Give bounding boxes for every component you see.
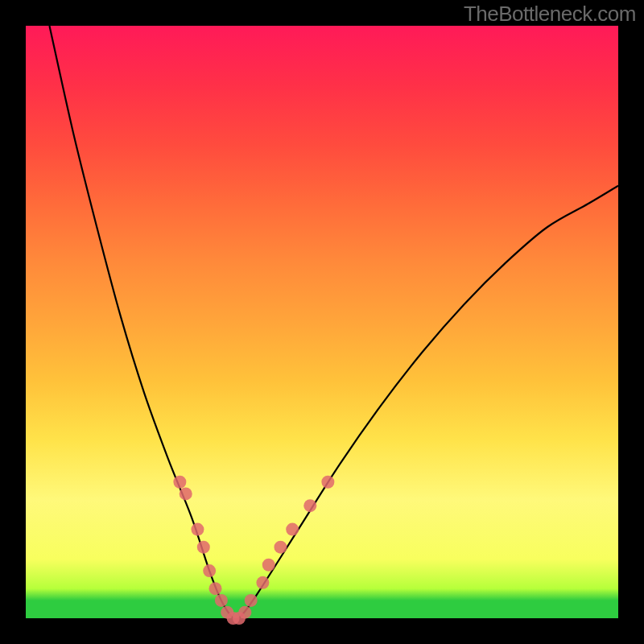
chart-svg <box>26 26 618 618</box>
highlight-dot <box>238 606 251 619</box>
bottleneck-curve <box>49 26 618 621</box>
highlight-dot <box>262 559 275 572</box>
highlight-dot <box>286 523 299 536</box>
chart-frame: TheBottleneck.com <box>0 0 644 644</box>
highlight-dot <box>215 594 228 607</box>
highlight-dot <box>209 582 222 595</box>
highlight-dots-group <box>173 476 334 625</box>
highlight-dot <box>321 476 334 489</box>
highlight-dot <box>245 594 258 607</box>
watermark-text: TheBottleneck.com <box>464 2 636 27</box>
highlight-dot <box>256 576 269 589</box>
highlight-dot <box>180 487 192 500</box>
highlight-dot <box>303 499 316 512</box>
highlight-dot <box>274 541 287 554</box>
highlight-dot <box>203 564 216 577</box>
plot-area <box>26 26 618 618</box>
highlight-dot <box>197 541 210 554</box>
highlight-dot <box>173 476 186 489</box>
highlight-dot <box>191 523 204 536</box>
